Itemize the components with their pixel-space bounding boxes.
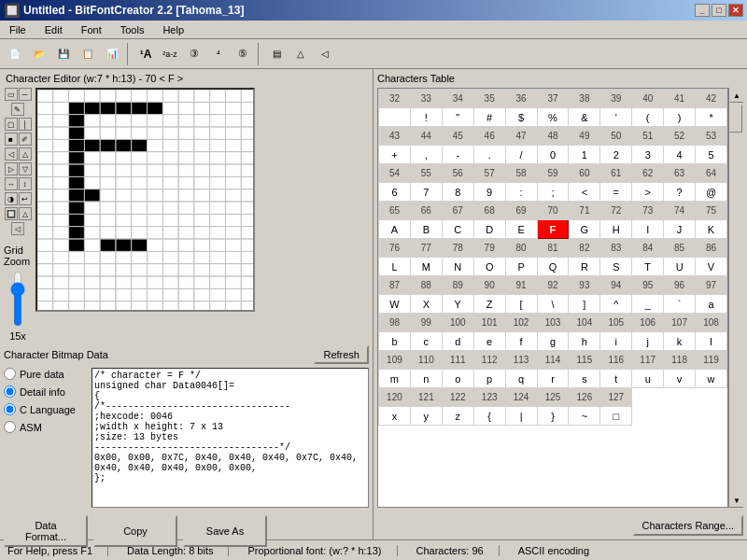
- c-language-option[interactable]: C Language: [4, 403, 88, 415]
- table-row[interactable]: l: [696, 332, 727, 351]
- menu-edit[interactable]: Edit: [39, 23, 68, 36]
- table-row[interactable]: e: [473, 332, 505, 351]
- table-row[interactable]: 1: [569, 146, 600, 164]
- minimize-button[interactable]: _: [695, 4, 710, 17]
- table-row[interactable]: x: [379, 407, 411, 426]
- table-row[interactable]: ,: [410, 146, 442, 164]
- table-row[interactable]: #: [473, 108, 505, 127]
- table-row[interactable]: 7: [410, 183, 442, 202]
- table-row[interactable]: P: [505, 258, 537, 276]
- table-row[interactable]: &: [569, 108, 600, 127]
- table-row[interactable]: Q: [537, 258, 569, 276]
- table-row[interactable]: X: [410, 295, 442, 314]
- table-row[interactable]: 2: [600, 146, 632, 164]
- table-row[interactable]: j: [632, 332, 664, 351]
- flip-v-tool[interactable]: ↕: [19, 177, 32, 190]
- table-row[interactable]: N: [442, 258, 473, 276]
- table-row[interactable]: S: [600, 258, 632, 276]
- table-row[interactable]: J: [664, 220, 696, 239]
- scroll-thumb[interactable]: [729, 105, 742, 133]
- table-row[interactable]: ': [600, 108, 632, 127]
- table-row[interactable]: *: [696, 108, 727, 127]
- select-rect-tool[interactable]: ▭: [5, 88, 18, 101]
- bitmap-text-area[interactable]: /* character = F */ unsigned char Data00…: [92, 368, 369, 508]
- asm-radio[interactable]: [4, 421, 16, 433]
- save-as-button[interactable]: Save As: [183, 515, 267, 547]
- table-row[interactable]: u: [632, 370, 664, 388]
- table-row[interactable]: z: [442, 407, 473, 426]
- table-row[interactable]: m: [379, 370, 411, 388]
- table-row[interactable]: @: [696, 183, 727, 202]
- vline-tool[interactable]: │: [19, 118, 32, 131]
- table-row[interactable]: T: [632, 258, 664, 276]
- refresh-button[interactable]: Refresh: [314, 345, 369, 364]
- table-row[interactable]: g: [537, 332, 569, 351]
- table-row[interactable]: r: [537, 370, 569, 388]
- copy-font-button[interactable]: 📋: [77, 43, 99, 65]
- table-row[interactable]: 6: [379, 183, 411, 202]
- table-row[interactable]: V: [696, 258, 727, 276]
- table-row[interactable]: L: [379, 258, 411, 276]
- c-lang-radio[interactable]: [4, 403, 16, 415]
- table-row[interactable]: }: [537, 407, 569, 426]
- table-row[interactable]: v: [664, 370, 696, 388]
- table-row[interactable]: :: [505, 183, 537, 202]
- toolbar-btn-t2[interactable]: △: [289, 43, 312, 65]
- table-row[interactable]: ^: [600, 295, 632, 314]
- move-down-tool[interactable]: ▽: [19, 162, 32, 175]
- table-row[interactable]: R: [569, 258, 600, 276]
- rotate-tool[interactable]: ↩: [19, 192, 32, 205]
- toolbar-btn5[interactable]: 📊: [101, 43, 123, 65]
- table-row[interactable]: C: [442, 220, 473, 239]
- table-char-row[interactable]: bcdefghijkl: [379, 332, 727, 351]
- table-row[interactable]: {: [473, 407, 505, 426]
- table-row[interactable]: 4: [664, 146, 696, 164]
- menu-help[interactable]: Help: [157, 23, 190, 36]
- table-row[interactable]: w: [696, 370, 727, 388]
- table-row[interactable]: H: [600, 220, 632, 239]
- rect-tool[interactable]: ▢: [5, 118, 18, 131]
- table-row[interactable]: -: [442, 146, 473, 164]
- table-row[interactable]: .: [473, 146, 505, 164]
- maximize-button[interactable]: □: [712, 4, 726, 17]
- toolbar-btn4[interactable]: ⁴: [207, 43, 230, 65]
- table-row[interactable]: b: [379, 332, 411, 351]
- right-scrollbar[interactable]: ▲ ▼: [728, 88, 743, 508]
- table-row[interactable]: B: [410, 220, 442, 239]
- menu-font[interactable]: Font: [76, 23, 107, 36]
- flip-h-tool[interactable]: ↔: [5, 177, 18, 190]
- copy-button[interactable]: Copy: [93, 515, 177, 547]
- tool-extra2[interactable]: △: [19, 207, 32, 220]
- table-row[interactable]: E: [505, 220, 537, 239]
- table-row[interactable]: 9: [473, 183, 505, 202]
- asm-option[interactable]: ASM: [4, 421, 88, 433]
- tool-extra3[interactable]: ◁: [11, 222, 24, 235]
- table-row[interactable]: >: [632, 183, 664, 202]
- sort2-button[interactable]: ③: [183, 43, 205, 65]
- az-sort-button[interactable]: ²a-z: [159, 43, 181, 65]
- toolbar-btn-t3[interactable]: ◁: [314, 43, 336, 65]
- table-row[interactable]: ;: [537, 183, 569, 202]
- table-row[interactable]: ): [664, 108, 696, 127]
- table-row[interactable]: K: [696, 220, 727, 239]
- table-row[interactable]: s: [569, 370, 600, 388]
- new-button[interactable]: 📄: [4, 43, 26, 65]
- zoom-slider[interactable]: [10, 271, 25, 327]
- chars-range-button[interactable]: Characters Range...: [633, 515, 743, 536]
- table-row[interactable]: =: [600, 183, 632, 202]
- edit-char-button[interactable]: ¹A: [134, 43, 157, 65]
- table-row[interactable]: ]: [569, 295, 600, 314]
- table-row[interactable]: O: [473, 258, 505, 276]
- table-row[interactable]: a: [696, 295, 727, 314]
- close-button[interactable]: ✕: [728, 4, 743, 17]
- table-char-row[interactable]: +,-./012345: [379, 146, 727, 164]
- table-row[interactable]: A: [379, 220, 411, 239]
- detail-info-option[interactable]: Detail info: [4, 385, 88, 398]
- table-row[interactable]: Y: [442, 295, 473, 314]
- table-row[interactable]: _: [632, 295, 664, 314]
- table-row[interactable]: [: [505, 295, 537, 314]
- table-row[interactable]: W: [379, 295, 411, 314]
- pencil-tool[interactable]: ✎: [11, 103, 24, 116]
- table-row[interactable]: [379, 108, 411, 127]
- table-row[interactable]: i: [600, 332, 632, 351]
